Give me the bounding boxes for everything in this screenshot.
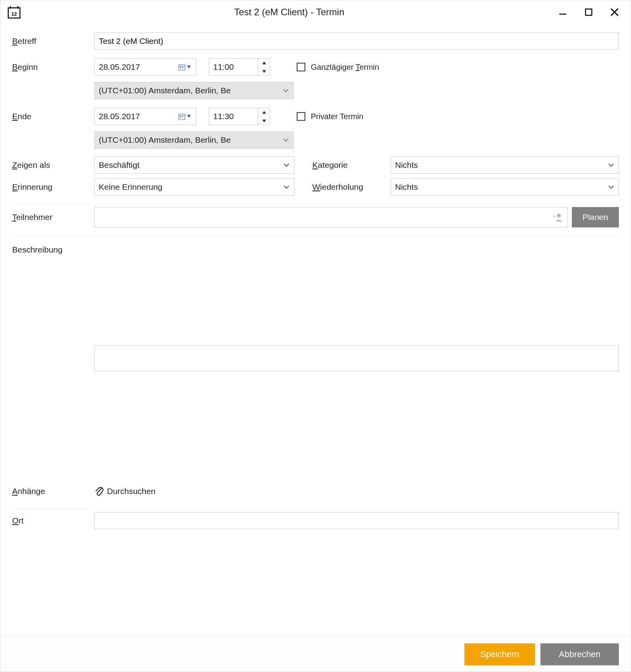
chevron-down-icon bbox=[281, 163, 292, 167]
svg-marker-19 bbox=[187, 115, 191, 118]
svg-rect-17 bbox=[180, 116, 181, 118]
window-controls bbox=[558, 7, 620, 17]
subject-label: Betreff bbox=[12, 36, 94, 46]
svg-marker-12 bbox=[187, 65, 191, 68]
divider bbox=[12, 204, 619, 205]
category-select[interactable]: Nichts bbox=[391, 156, 619, 174]
svg-marker-13 bbox=[262, 62, 266, 64]
svg-rect-10 bbox=[180, 67, 181, 68]
svg-text:12: 12 bbox=[11, 11, 17, 17]
end-timezone-select[interactable]: (UTC+01:00) Amsterdam, Berlin, Be bbox=[94, 131, 294, 149]
cancel-button[interactable]: Abbrechen bbox=[540, 643, 619, 665]
time-up-icon[interactable] bbox=[258, 59, 270, 67]
begin-date-picker[interactable]: 28.05.2017 bbox=[94, 58, 196, 76]
begin-time-picker[interactable]: 11:00 bbox=[209, 58, 270, 76]
attachments-label: Anhänge bbox=[12, 487, 94, 496]
location-input[interactable] bbox=[94, 512, 619, 529]
svg-point-23 bbox=[557, 214, 561, 218]
minimize-button[interactable] bbox=[558, 7, 568, 17]
save-button[interactable]: Speichern bbox=[464, 643, 535, 665]
participants-input[interactable]: + bbox=[94, 207, 568, 227]
begin-label: Beginn bbox=[12, 62, 94, 72]
reminder-select[interactable]: Keine Erinnerung bbox=[94, 178, 294, 196]
svg-rect-1 bbox=[10, 6, 11, 9]
subject-input[interactable] bbox=[94, 33, 619, 50]
divider bbox=[12, 509, 619, 509]
location-label: Ort bbox=[12, 516, 94, 525]
paperclip-icon bbox=[94, 486, 104, 496]
time-up-icon[interactable] bbox=[258, 108, 270, 116]
add-person-icon[interactable]: + bbox=[552, 212, 563, 222]
svg-marker-21 bbox=[262, 120, 266, 122]
plan-button[interactable]: Planen bbox=[572, 207, 619, 227]
begin-timezone-select[interactable]: (UTC+01:00) Amsterdam, Berlin, Be bbox=[94, 82, 294, 99]
svg-marker-20 bbox=[262, 111, 266, 114]
svg-rect-11 bbox=[182, 67, 183, 68]
all-day-label: Ganztägiger Termin bbox=[311, 63, 379, 72]
category-label: Kategorie bbox=[312, 160, 391, 170]
chevron-down-icon bbox=[281, 138, 291, 142]
end-date-picker[interactable]: 28.05.2017 bbox=[94, 108, 196, 125]
end-time-picker[interactable]: 11:30 bbox=[209, 108, 270, 125]
chevron-down-icon bbox=[281, 185, 292, 189]
private-checkbox[interactable] bbox=[297, 112, 305, 121]
time-down-icon[interactable] bbox=[258, 67, 270, 75]
time-down-icon[interactable] bbox=[258, 116, 270, 125]
reminder-label: Erinnerung bbox=[12, 182, 94, 192]
calendar-dropdown-icon[interactable] bbox=[176, 110, 194, 123]
all-day-checkbox[interactable] bbox=[297, 63, 305, 71]
browse-attachments-link[interactable]: Durchsuchen bbox=[94, 486, 156, 496]
svg-rect-18 bbox=[182, 116, 183, 118]
footer: Speichern Abbrechen bbox=[0, 636, 631, 672]
calendar-dropdown-icon[interactable] bbox=[176, 60, 194, 74]
participants-label: Teilnehmer bbox=[12, 212, 94, 222]
browse-label: Durchsuchen bbox=[107, 487, 156, 496]
maximize-button[interactable] bbox=[584, 7, 594, 17]
chevron-down-icon bbox=[606, 163, 616, 167]
description-textarea[interactable] bbox=[94, 345, 619, 371]
private-label: Privater Termin bbox=[311, 112, 363, 121]
calendar-app-icon: 12 bbox=[7, 5, 21, 19]
form-body: Betreff Beginn 28.05.2017 11:00 bbox=[0, 24, 631, 636]
svg-rect-2 bbox=[17, 6, 18, 9]
appointment-window: 12 Test 2 (eM Client) - Termin Betreff bbox=[0, 0, 631, 672]
svg-marker-14 bbox=[262, 70, 266, 73]
recurrence-label: Wiederholung bbox=[312, 182, 391, 192]
show-as-label: Zeigen als bbox=[12, 160, 94, 170]
recurrence-select[interactable]: Nichts bbox=[391, 178, 619, 196]
show-as-select[interactable]: Beschäftigt bbox=[94, 156, 294, 174]
svg-rect-5 bbox=[586, 9, 592, 15]
description-label: Beschreibung bbox=[12, 243, 94, 254]
close-button[interactable] bbox=[609, 7, 620, 17]
chevron-down-icon bbox=[281, 89, 291, 93]
svg-text:+: + bbox=[553, 213, 556, 219]
chevron-down-icon bbox=[606, 185, 616, 189]
titlebar: 12 Test 2 (eM Client) - Termin bbox=[0, 0, 631, 24]
divider bbox=[12, 235, 619, 236]
end-label: Ende bbox=[12, 112, 94, 121]
window-title: Test 2 (eM Client) - Termin bbox=[21, 7, 558, 18]
